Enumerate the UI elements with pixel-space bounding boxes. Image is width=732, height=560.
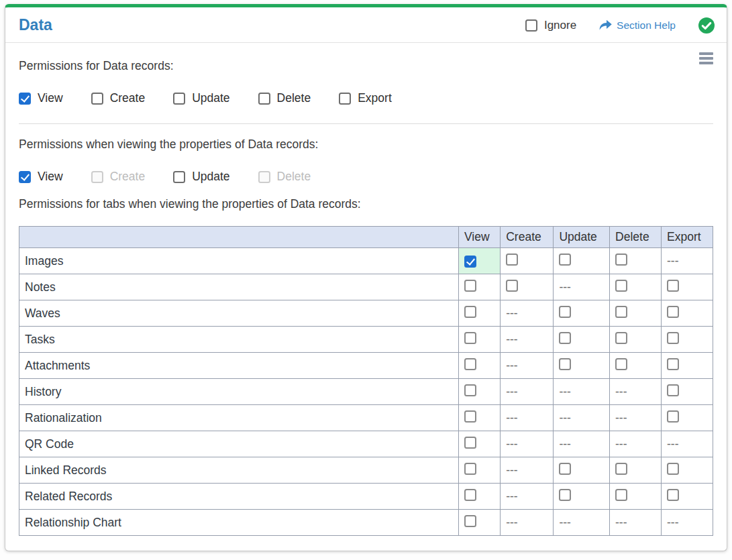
notes-create-cell [501,274,554,300]
properties-view-option[interactable]: View [19,170,63,184]
rationalization-export-checkbox[interactable] [667,410,679,423]
images-delete-checkbox[interactable] [615,254,627,266]
column-header-export: Export [662,227,713,248]
history-create-not-applicable: --- [501,379,554,405]
history-view-cell [459,379,501,405]
tabs-permissions-table: ViewCreateUpdateDeleteExport Images---No… [19,226,713,536]
attachments-update-checkbox[interactable] [559,358,571,370]
checkbox-label: Update [192,91,229,105]
qr-code-view-checkbox[interactable] [464,437,476,449]
waves-view-checkbox[interactable] [464,306,476,318]
tasks-export-checkbox[interactable] [667,332,679,344]
table-row: QR Code------------ [19,431,713,457]
tasks-view-checkbox[interactable] [464,332,476,344]
related-records-view-checkbox[interactable] [464,489,476,501]
attachments-view-checkbox[interactable] [464,358,476,370]
tasks-create-not-applicable: --- [501,327,554,353]
waves-update-checkbox[interactable] [559,306,571,318]
tasks-delete-checkbox[interactable] [615,332,627,344]
relationship-chart-view-cell [459,510,501,536]
images-update-checkbox[interactable] [559,254,571,266]
update-checkbox[interactable] [173,171,185,183]
records-create-option[interactable]: Create [91,91,146,105]
ignore-checkbox-row[interactable]: Ignore [525,19,576,32]
history-delete-not-applicable: --- [610,379,662,405]
divider [19,123,713,124]
hamburger-menu-icon[interactable] [698,51,715,66]
attachments-delete-checkbox[interactable] [615,358,627,370]
checkbox-label: Delete [277,91,311,105]
related-records-update-checkbox[interactable] [559,489,571,501]
ignore-checkbox[interactable] [525,19,537,32]
records-export-option[interactable]: Export [339,91,392,105]
related-records-export-checkbox[interactable] [667,489,679,501]
section-help-link[interactable]: Section Help [599,19,676,32]
view-checkbox[interactable] [19,93,31,105]
update-checkbox[interactable] [173,93,185,105]
export-checkbox[interactable] [339,93,351,105]
delete-checkbox[interactable] [258,93,270,105]
records-delete-option[interactable]: Delete [258,91,311,105]
linked-records-update-checkbox[interactable] [559,463,571,475]
attachments-export-cell [662,353,713,379]
related-records-export-cell [662,484,713,510]
tab-name-cell: Attachments [19,353,459,379]
qr-code-delete-not-applicable: --- [610,431,662,457]
linked-records-update-cell [554,457,610,484]
images-update-cell [554,248,610,274]
linked-records-export-checkbox[interactable] [667,463,679,475]
table-row: Related Records--- [19,484,713,510]
tab-name-cell: Tasks [19,327,459,353]
history-export-checkbox[interactable] [667,384,679,396]
images-create-cell [501,248,554,274]
tab-name-cell: Rationalization [19,405,459,431]
qr-code-update-not-applicable: --- [554,431,610,457]
section-complete-icon[interactable] [698,17,715,34]
checkbox-label: View [38,91,63,105]
tab-name-cell: QR Code [19,431,459,457]
history-export-cell [662,379,713,405]
images-export-not-applicable: --- [662,248,713,274]
records-view-option[interactable]: View [19,91,63,105]
properties-update-option[interactable]: Update [173,170,229,184]
notes-view-checkbox[interactable] [464,280,476,292]
history-update-not-applicable: --- [554,379,610,405]
table-row: Relationship Chart------------ [19,510,713,536]
tasks-view-cell [459,327,501,353]
delete-checkbox [258,171,270,183]
attachments-update-cell [554,353,610,379]
related-records-delete-checkbox[interactable] [615,489,627,501]
relationship-chart-export-not-applicable: --- [662,510,713,536]
view-checkbox[interactable] [19,171,31,183]
create-checkbox[interactable] [91,93,103,105]
tasks-export-cell [662,327,713,353]
records-permissions-label: Permissions for Data records: [19,59,713,73]
history-view-checkbox[interactable] [464,384,476,396]
records-update-option[interactable]: Update [173,91,229,105]
table-row: History--------- [19,379,713,405]
linked-records-delete-checkbox[interactable] [615,463,627,475]
linked-records-view-checkbox[interactable] [464,463,476,475]
waves-delete-cell [610,300,662,327]
properties-permissions-options: ViewCreateUpdateDelete [19,170,713,184]
notes-export-checkbox[interactable] [667,280,679,292]
properties-delete-option: Delete [258,170,311,184]
notes-delete-checkbox[interactable] [615,280,627,292]
column-header-create: Create [501,227,554,248]
notes-create-checkbox[interactable] [506,280,518,292]
waves-delete-checkbox[interactable] [615,306,627,318]
related-records-create-not-applicable: --- [501,484,554,510]
qr-code-export-not-applicable: --- [662,431,713,457]
images-view-checkbox[interactable] [464,256,476,268]
tab-name-cell: Related Records [19,484,459,510]
relationship-chart-view-checkbox[interactable] [464,515,476,527]
relationship-chart-update-not-applicable: --- [554,510,610,536]
rationalization-view-checkbox[interactable] [464,410,476,423]
attachments-export-checkbox[interactable] [667,358,679,370]
waves-export-checkbox[interactable] [667,306,679,318]
create-checkbox [91,171,103,183]
images-create-checkbox[interactable] [506,254,518,266]
tasks-update-checkbox[interactable] [559,332,571,344]
related-records-view-cell [459,484,501,510]
column-header-view: View [459,227,501,248]
